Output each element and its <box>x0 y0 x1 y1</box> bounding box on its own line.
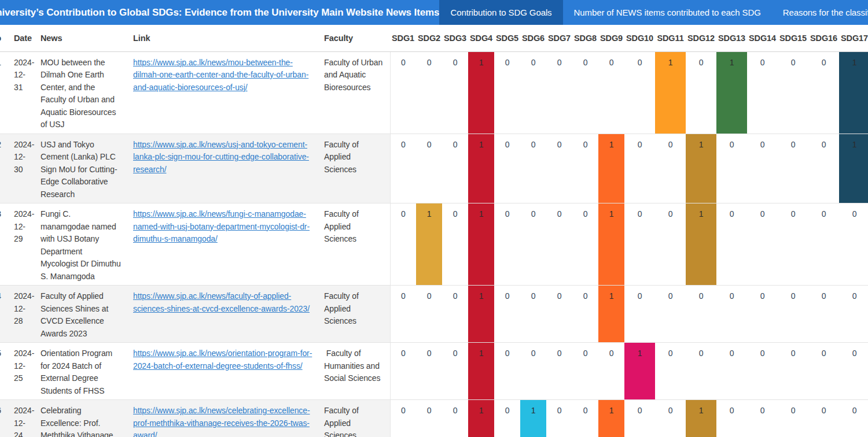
tab-number-of-news-items[interactable]: Number of NEWS items contributed to each… <box>563 0 772 25</box>
table-row: 42024-12-28Faculty of Applied Sciences S… <box>0 286 868 343</box>
cell-sdg16: 0 <box>808 286 839 343</box>
table-row: 62024-12-24Celebrating Excellence: Prof.… <box>0 400 868 437</box>
cell-sdg4: 1 <box>468 343 494 400</box>
column-header-sdg7: SDG7 <box>546 25 572 51</box>
column-header-sdg6: SDG6 <box>520 25 546 51</box>
column-header-sdg9: SDG9 <box>598 25 624 51</box>
cell-sdg14: 0 <box>747 343 778 400</box>
cell-sdg6: 0 <box>520 134 546 203</box>
cell-sdg3: 0 <box>442 203 468 286</box>
cell-sdg3: 0 <box>442 286 468 343</box>
cell-sdg1: 0 <box>390 343 416 400</box>
cell-sdg11: 0 <box>655 400 686 437</box>
cell-news-title: Fungi C. manamgodae named with USJ Botan… <box>35 203 127 286</box>
cell-faculty: Faculty of Humanities and Social Science… <box>318 343 390 400</box>
cell-sdg11: 0 <box>655 343 686 400</box>
cell-sdg4: 1 <box>468 51 494 134</box>
cell-sdg6: 0 <box>520 203 546 286</box>
news-link[interactable]: https://www.sjp.ac.lk/news/celebrating-e… <box>133 406 310 437</box>
tab-reasons-for-classification[interactable]: Reasons for the classification <box>772 0 868 25</box>
cell-sdg4: 1 <box>468 286 494 343</box>
cell-sdg13: 0 <box>716 400 747 437</box>
cell-sdg12: 0 <box>686 286 716 343</box>
cell-sdg8: 0 <box>572 286 598 343</box>
cell-sdg5: 0 <box>494 343 520 400</box>
cell-sdg5: 0 <box>494 51 520 134</box>
cell-sdg9: 0 <box>598 51 624 134</box>
cell-sdg5: 0 <box>494 134 520 203</box>
cell-sdg16: 0 <box>808 134 839 203</box>
cell-sdg8: 0 <box>572 203 598 286</box>
cell-sdg10: 0 <box>624 203 655 286</box>
column-header-sdg16: SDG16 <box>808 25 839 51</box>
cell-sdg15: 0 <box>778 286 808 343</box>
cell-sdg16: 0 <box>808 51 839 134</box>
cell-sdg12: 1 <box>686 203 716 286</box>
column-header-sdg1: SDG1 <box>390 25 416 51</box>
cell-sdg17: 1 <box>839 51 868 134</box>
cell-row-number: 1 <box>0 51 8 134</box>
cell-sdg1: 0 <box>390 400 416 437</box>
column-header-sdg8: SDG8 <box>572 25 598 51</box>
cell-date: 2024-12-29 <box>8 203 35 286</box>
cell-sdg8: 0 <box>572 343 598 400</box>
cell-sdg13: 0 <box>716 286 747 343</box>
column-header-sdg15: SDG15 <box>778 25 808 51</box>
cell-sdg7: 0 <box>546 286 572 343</box>
cell-sdg7: 0 <box>546 51 572 134</box>
table-row: 12024-12-31MOU between the Dilmah One Ea… <box>0 51 868 134</box>
cell-sdg3: 0 <box>442 51 468 134</box>
column-header-sdg5: SDG5 <box>494 25 520 51</box>
cell-sdg13: 0 <box>716 203 747 286</box>
page-title: University’s Contribution to Global SDGs… <box>0 0 439 25</box>
cell-sdg12: 0 <box>686 343 716 400</box>
column-header-no: No <box>0 25 8 51</box>
cell-sdg8: 0 <box>572 400 598 437</box>
column-header-sdg10: SDG10 <box>624 25 655 51</box>
tab-bar: Contribution to SDG Goals Number of NEWS… <box>439 0 868 25</box>
cell-sdg17: 0 <box>839 343 868 400</box>
cell-sdg4: 1 <box>468 134 494 203</box>
cell-news-title: Faculty of Applied Sciences Shines at CV… <box>35 286 127 343</box>
cell-sdg16: 0 <box>808 343 839 400</box>
cell-sdg1: 0 <box>390 134 416 203</box>
news-link[interactable]: https://www.sjp.ac.lk/news/fungi-c-manam… <box>133 209 310 243</box>
cell-sdg12: 1 <box>686 134 716 203</box>
news-link[interactable]: https://www.sjp.ac.lk/news/faculty-of-ap… <box>133 291 310 313</box>
cell-faculty: Faculty of Applied Sciences <box>318 134 390 203</box>
tab-contribution-to-sdg-goals[interactable]: Contribution to SDG Goals <box>439 0 562 25</box>
column-header-link: Link <box>127 25 318 51</box>
news-link[interactable]: https://www.sjp.ac.lk/news/orientation-p… <box>133 349 312 371</box>
cell-sdg8: 0 <box>572 134 598 203</box>
cell-sdg5: 0 <box>494 286 520 343</box>
sdg-table-viewport: NoDateNewsLinkFacultySDG1SDG2SDG3SDG4SDG… <box>0 25 868 437</box>
cell-news-title: Celebrating Excellence: Prof. Meththika … <box>35 400 127 437</box>
table-row: 32024-12-29Fungi C. manamgodae named wit… <box>0 203 868 286</box>
cell-sdg12: 0 <box>686 51 716 134</box>
table-row: 52024-12-25Orientation Program for 2024 … <box>0 343 868 400</box>
cell-sdg7: 0 <box>546 134 572 203</box>
top-navigation-bar: University’s Contribution to Global SDGs… <box>0 0 868 25</box>
news-link[interactable]: https://www.sjp.ac.lk/news/mou-between-t… <box>133 58 308 92</box>
column-header-sdg2: SDG2 <box>416 25 442 51</box>
cell-sdg10: 0 <box>624 51 655 134</box>
news-link[interactable]: https://www.sjp.ac.lk/news/usj-and-tokyo… <box>133 140 309 174</box>
cell-sdg4: 1 <box>468 400 494 437</box>
cell-sdg7: 0 <box>546 343 572 400</box>
cell-row-number: 4 <box>0 286 8 343</box>
cell-row-number: 5 <box>0 343 8 400</box>
cell-link: https://www.sjp.ac.lk/news/celebrating-e… <box>127 400 318 437</box>
column-header-news: News <box>35 25 127 51</box>
cell-sdg9: 1 <box>598 203 624 286</box>
cell-sdg6: 1 <box>520 400 546 437</box>
cell-sdg2: 0 <box>416 134 442 203</box>
cell-sdg17: 1 <box>839 134 868 203</box>
cell-sdg11: 0 <box>655 286 686 343</box>
cell-link: https://www.sjp.ac.lk/news/fungi-c-manam… <box>127 203 318 286</box>
cell-sdg9: 1 <box>598 400 624 437</box>
cell-sdg6: 0 <box>520 286 546 343</box>
column-header-sdg14: SDG14 <box>747 25 778 51</box>
cell-sdg17: 0 <box>839 286 868 343</box>
cell-sdg15: 0 <box>778 343 808 400</box>
column-header-sdg12: SDG12 <box>686 25 716 51</box>
